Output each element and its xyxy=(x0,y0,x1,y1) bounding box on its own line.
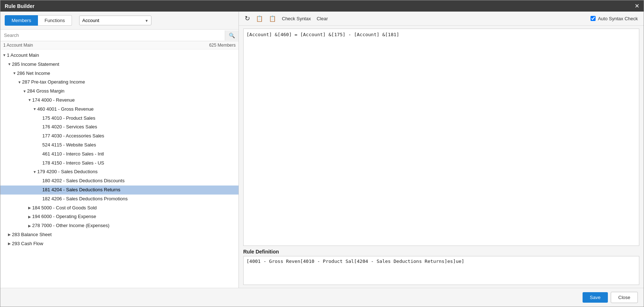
tree-item-label: 179 4200 - Sales Deductions xyxy=(37,168,98,176)
members-tab[interactable]: Members xyxy=(5,15,38,26)
tree-item[interactable]: 178 4150 - Interco Sales - US xyxy=(0,159,239,168)
tree-item-label: 284 Gross Margin xyxy=(27,88,64,95)
tree-item[interactable]: 176 4020 - Services Sales xyxy=(0,123,239,132)
tree-item-label: 461 4110 - Interco Sales - Intl xyxy=(42,150,104,158)
search-input[interactable] xyxy=(0,30,225,41)
auto-syntax-label: Auto Syntax Check xyxy=(598,16,638,21)
tree-arrow-286 xyxy=(12,71,17,76)
tree-arrow-285 xyxy=(7,61,12,67)
tree-arrow-184 xyxy=(27,205,32,211)
tree-item-label: 1 Account Main xyxy=(7,52,39,59)
tab-bar: Members Functions Account Entity Period … xyxy=(0,12,239,30)
tree-item[interactable]: 461 4110 - Interco Sales - Intl xyxy=(0,150,239,159)
tree-item-label: 286 Net Income xyxy=(17,70,50,77)
tree-item[interactable]: 284 Gross Margin xyxy=(0,87,239,96)
tree-arrow-174 xyxy=(27,97,32,103)
tree-item-label: 524 4115 - Website Sales xyxy=(42,141,96,149)
tree-item-label: 180 4202 - Sales Deductions Discounts xyxy=(42,177,125,185)
right-panel: ↻ 📋 📋 Check Syntax Clear Auto Syntax Che… xyxy=(239,12,644,288)
tree-item[interactable]: 460 4001 - Gross Revenue xyxy=(0,105,239,114)
tree-item-label: 182 4206 - Sales Deductions Promotions xyxy=(42,195,128,203)
tree-item[interactable]: 287 Pre-tax Operating Income xyxy=(0,78,239,87)
tree-item[interactable]: 175 4010 - Product Sales xyxy=(0,114,239,123)
tree-item-label: 283 Balance Sheet xyxy=(12,231,52,239)
auto-syntax-wrap: Auto Syntax Check xyxy=(591,16,638,21)
tree-item-label: 194 6000 - Operating Expense xyxy=(32,213,96,221)
clear-button[interactable]: Clear xyxy=(317,16,328,21)
refresh-icon[interactable]: ↻ xyxy=(245,14,250,22)
tree-item-label: 176 4020 - Services Sales xyxy=(42,123,97,131)
main-content: Members Functions Account Entity Period … xyxy=(0,12,644,288)
rule-def-text: [4001 - Gross Reven[4010 - Product Sal[4… xyxy=(246,259,464,264)
copy1-icon[interactable]: 📋 xyxy=(256,15,263,22)
tree-item[interactable]: 278 7000 - Other Income (Expenses) xyxy=(0,221,239,230)
tree-item-label: 460 4001 - Gross Revenue xyxy=(37,106,94,113)
tree-item[interactable]: 285 Income Statement xyxy=(0,60,239,69)
tree-item-label: 285 Income Statement xyxy=(12,61,59,68)
auto-syntax-checkbox[interactable] xyxy=(591,16,596,21)
tree-item[interactable]: 180 4202 - Sales Deductions Discounts xyxy=(0,176,239,186)
functions-tab[interactable]: Functions xyxy=(38,15,72,26)
tree-item[interactable]: 283 Balance Sheet xyxy=(0,230,239,239)
left-panel: Members Functions Account Entity Period … xyxy=(0,12,239,288)
close-button[interactable]: Close xyxy=(611,292,638,303)
tree-item-label: 177 4030 - Accessories Sales xyxy=(42,132,104,140)
search-button[interactable]: 🔍 xyxy=(225,30,239,40)
account-select-container: Account Entity Period Scenario View Year… xyxy=(79,16,151,25)
tree-item-label: 278 7000 - Other Income (Expenses) xyxy=(32,222,110,230)
tree-item-label: 293 Cash Flow xyxy=(12,240,43,248)
tree-arrow-460 xyxy=(32,106,37,112)
tree-arrow-1 xyxy=(2,52,7,58)
tree-item-label: 287 Pre-tax Operating Income xyxy=(22,78,85,86)
tree-arrow-179 xyxy=(32,169,37,175)
rule-builder-dialog: Rule Builder ✕ Members Functions Account… xyxy=(0,0,644,307)
members-count: 625 Members xyxy=(209,43,236,48)
toolbar: ↻ 📋 📋 Check Syntax Clear Auto Syntax Che… xyxy=(239,12,644,26)
search-bar: 🔍 xyxy=(0,30,239,41)
rule-def-area[interactable]: [4001 - Gross Reven[4010 - Product Sal[4… xyxy=(243,256,639,285)
tree-arrow-283 xyxy=(7,232,12,238)
account-select[interactable]: Account Entity Period Scenario View Year xyxy=(79,16,151,25)
check-syntax-button[interactable]: Check Syntax xyxy=(282,16,311,21)
tree-container[interactable]: 1 Account Main285 Income Statement286 Ne… xyxy=(0,50,239,288)
dialog-title: Rule Builder xyxy=(5,3,34,9)
tree-item[interactable]: 293 Cash Flow xyxy=(0,239,239,248)
tree-arrow-278 xyxy=(27,223,32,229)
tree-item[interactable]: 174 4000 - Revenue xyxy=(0,96,239,105)
tree-item-label: 178 4150 - Interco Sales - US xyxy=(42,159,104,167)
tree-arrow-284 xyxy=(22,89,27,94)
tree-item-label: 175 4010 - Product Sales xyxy=(42,115,95,122)
rule-def-label: Rule Definition xyxy=(243,247,639,255)
dialog-close-button[interactable]: ✕ xyxy=(635,3,639,9)
tree-arrow-194 xyxy=(27,214,32,220)
tree-item[interactable]: 182 4206 - Sales Deductions Promotions xyxy=(0,195,239,204)
title-bar: Rule Builder ✕ xyxy=(0,0,644,12)
tree-arrow-293 xyxy=(7,241,12,247)
tree-arrow-287 xyxy=(17,80,22,85)
rule-def-section: Rule Definition [4001 - Gross Reven[4010… xyxy=(239,247,644,288)
account-main-label: 1 Account Main xyxy=(3,43,33,48)
tree-item[interactable]: 286 Net Income xyxy=(0,69,239,78)
tree-item[interactable]: 1 Account Main xyxy=(0,51,239,60)
tree-item[interactable]: 179 4200 - Sales Deductions xyxy=(0,167,239,176)
tree-header: 1 Account Main 625 Members xyxy=(0,41,239,50)
save-button[interactable]: Save xyxy=(583,292,608,303)
formula-area[interactable]: [Account] &[460] = [Account] &[175] - [A… xyxy=(243,29,639,246)
tree-item-label: 184 5000 - Cost of Goods Sold xyxy=(32,204,97,212)
account-select-wrap: Account Entity Period Scenario View Year… xyxy=(79,16,151,25)
tree-item-label: 174 4000 - Revenue xyxy=(32,97,75,104)
bottom-bar: Save Close xyxy=(0,288,644,307)
tree-item[interactable]: 184 5000 - Cost of Goods Sold xyxy=(0,204,239,213)
tree-item[interactable]: 181 4204 - Sales Deductions Returns xyxy=(0,186,239,195)
tree-item[interactable]: 524 4115 - Website Sales xyxy=(0,141,239,150)
tree-item-label: 181 4204 - Sales Deductions Returns xyxy=(42,186,120,194)
tree-item[interactable]: 177 4030 - Accessories Sales xyxy=(0,132,239,141)
copy2-icon[interactable]: 📋 xyxy=(269,15,276,22)
formula-text: [Account] &[460] = [Account] &[175] - [A… xyxy=(246,32,399,37)
tree-item[interactable]: 194 6000 - Operating Expense xyxy=(0,212,239,221)
